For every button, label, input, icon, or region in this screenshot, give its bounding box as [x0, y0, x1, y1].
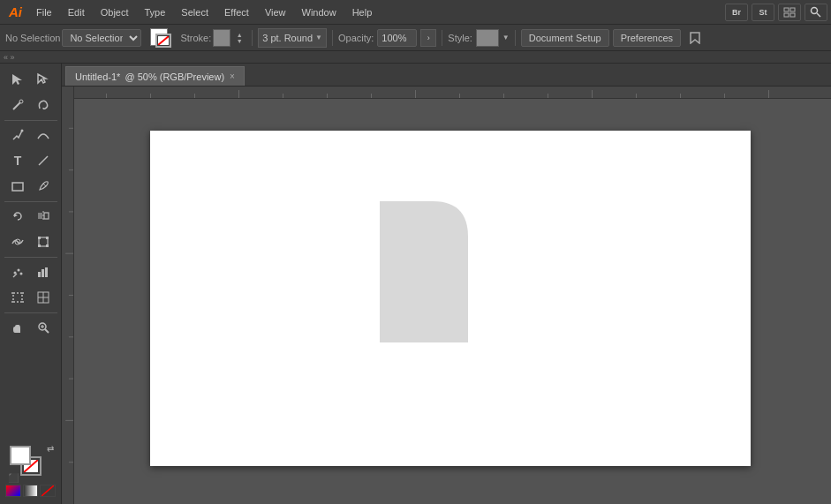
selection-dropdown[interactable]: No Selection No Selection: [5, 29, 141, 47]
svg-rect-25: [38, 244, 41, 247]
svg-line-5: [817, 13, 820, 17]
pen-tool[interactable]: [5, 123, 30, 147]
symbol-sprayer-tool[interactable]: [5, 260, 30, 284]
document-setup-button[interactable]: Document Setup: [521, 29, 609, 47]
menu-type[interactable]: Type: [138, 4, 173, 21]
bridge-icon[interactable]: Br: [725, 4, 748, 21]
canvas-area: Untitled-1* @ 50% (RGB/Preview) ×: [62, 64, 831, 504]
bookmark-icon[interactable]: [686, 29, 704, 47]
menu-view[interactable]: View: [258, 4, 293, 21]
svg-point-4: [812, 7, 818, 13]
lasso-tool[interactable]: [31, 93, 56, 117]
stroke-cap-style: Round: [284, 33, 313, 43]
svg-marker-9: [12, 74, 22, 85]
document-tab[interactable]: Untitled-1* @ 50% (RGB/Preview) ×: [65, 66, 245, 86]
reset-colors-icon[interactable]: ⬛: [8, 473, 19, 483]
svg-rect-30: [38, 272, 41, 277]
svg-point-27: [14, 272, 17, 275]
rectangle-tool[interactable]: [5, 174, 30, 199]
menu-bar: Ai File Edit Object Type Select Effect V…: [0, 0, 831, 25]
direct-selection-tool[interactable]: [31, 67, 56, 92]
style-swatch[interactable]: [476, 29, 499, 47]
selection-tools-row: [5, 67, 56, 92]
divider-3: [442, 30, 442, 46]
stroke-color-swatch[interactable]: [213, 29, 230, 47]
preferences-button[interactable]: Preferences: [613, 29, 681, 47]
nav-tools-row: [5, 315, 56, 340]
menu-file[interactable]: File: [29, 4, 59, 21]
menu-edit[interactable]: Edit: [61, 4, 92, 21]
artboard: [150, 131, 751, 466]
fill-color-fg[interactable]: [10, 446, 31, 465]
magic-wand-tool[interactable]: [5, 93, 30, 117]
free-transform-tool[interactable]: [31, 229, 56, 254]
svg-rect-18: [38, 213, 42, 219]
hand-tool[interactable]: [5, 315, 30, 340]
reflect-tool[interactable]: [31, 204, 56, 229]
color-mode-btn[interactable]: [5, 485, 21, 497]
tool-separator-1: [4, 120, 57, 121]
rotate-tool[interactable]: [5, 204, 30, 229]
stock-icon[interactable]: St: [752, 4, 774, 21]
svg-rect-26: [46, 244, 49, 247]
menu-window[interactable]: Window: [295, 4, 344, 21]
svg-rect-32: [45, 267, 48, 277]
stroke-dropdown-arrow: ▼: [315, 34, 322, 41]
warp-tools-row: [5, 229, 56, 254]
menu-select[interactable]: Select: [174, 4, 215, 21]
column-graph-tool[interactable]: [31, 260, 56, 284]
opacity-more-btn[interactable]: ›: [420, 29, 436, 47]
search-icon[interactable]: [805, 4, 827, 21]
tab-close-button[interactable]: ×: [230, 71, 235, 81]
stroke-arrows[interactable]: ▲ ▼: [232, 29, 246, 47]
svg-point-13: [21, 130, 24, 132]
tool-separator-2: [4, 201, 57, 202]
svg-rect-24: [46, 237, 49, 239]
pen-tools-row: [5, 123, 56, 147]
none-mode-btn[interactable]: [40, 485, 56, 497]
app-logo: Ai: [4, 4, 27, 19]
curvature-tool[interactable]: [31, 123, 56, 147]
svg-marker-8: [691, 33, 699, 43]
pencil-tool[interactable]: [31, 174, 56, 199]
shape-tools-row: [5, 174, 56, 199]
svg-rect-23: [38, 237, 41, 239]
svg-point-28: [18, 269, 20, 272]
artboard-tools-row: [5, 285, 56, 310]
options-bar: No Selection No Selection Stroke: ▲ ▼: [0, 25, 831, 51]
color-swatches-area: ⇄ ⬛: [2, 440, 59, 500]
fg-bg-swatches[interactable]: ⇄ ⬛: [8, 444, 54, 483]
svg-line-14: [39, 156, 48, 165]
type-tool[interactable]: T: [5, 148, 30, 173]
artboard-tool[interactable]: [5, 285, 30, 310]
slice-tool[interactable]: [31, 285, 56, 310]
canvas-scroll[interactable]: [62, 87, 831, 504]
stroke-weight-value: 3 pt.: [262, 33, 281, 43]
menu-object[interactable]: Object: [94, 4, 136, 21]
svg-rect-0: [784, 8, 789, 11]
selection-label: No Selection: [5, 33, 60, 43]
selection-select[interactable]: No Selection: [62, 29, 141, 47]
svg-line-11: [13, 102, 20, 109]
svg-line-16: [43, 184, 46, 186]
stroke-preview-box[interactable]: 3 pt. Round ▼: [258, 28, 327, 48]
svg-rect-19: [44, 213, 49, 219]
workspace-switcher-icon[interactable]: [778, 4, 801, 21]
menu-help[interactable]: Help: [345, 4, 380, 21]
type-tools-row: T: [5, 148, 56, 173]
gradient-mode-btn[interactable]: [23, 485, 39, 497]
lasso-tools-row: [5, 93, 56, 117]
warp-tool[interactable]: [5, 229, 30, 254]
collapse-bar[interactable]: « »: [0, 51, 831, 64]
opacity-input[interactable]: [377, 29, 417, 47]
line-tool[interactable]: [31, 148, 56, 173]
fill-stroke-icon[interactable]: [148, 26, 177, 49]
shape-object[interactable]: [380, 201, 468, 342]
swap-colors-icon[interactable]: ⇄: [47, 444, 54, 454]
style-label: Style:: [448, 33, 472, 43]
svg-rect-2: [784, 13, 789, 17]
selection-tool[interactable]: [5, 67, 30, 92]
svg-rect-33: [13, 293, 22, 302]
menu-effect[interactable]: Effect: [217, 4, 256, 21]
zoom-tool[interactable]: [31, 315, 56, 340]
